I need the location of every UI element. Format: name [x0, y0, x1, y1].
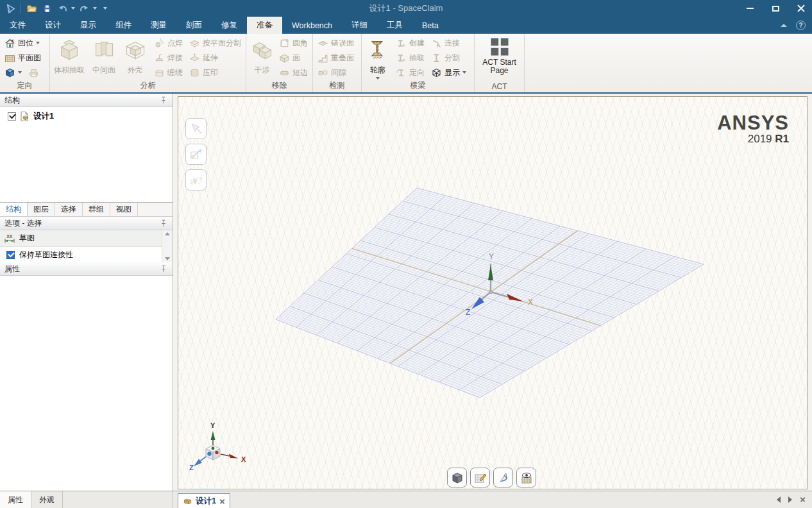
scroll-up-icon[interactable]	[165, 232, 170, 235]
bottom-tab-properties[interactable]: 属性	[0, 491, 31, 508]
faces-button[interactable]: 面	[277, 51, 310, 65]
select-tool-button[interactable]	[185, 118, 207, 139]
ribbon: 回位 平面图 定向 体积抽取	[0, 34, 812, 94]
save-button[interactable]	[40, 2, 53, 15]
redo-dropdown[interactable]	[93, 7, 97, 10]
split-by-plane-button[interactable]: 按平面分割	[187, 36, 243, 50]
tab-measure[interactable]: 测量	[141, 17, 176, 34]
short-edges-button[interactable]: 短边	[277, 65, 310, 80]
beam-orient-button[interactable]: 定向	[394, 65, 427, 80]
tab-workbench[interactable]: Workbench	[282, 17, 342, 34]
options-sketch-row[interactable]: XX 草图	[0, 230, 173, 247]
midsurface-button[interactable]: 中间面	[87, 36, 121, 80]
section-mode-button[interactable]	[493, 468, 513, 487]
ribbon-group-detect: 错误面 重叠面 间隙 检测	[313, 34, 362, 92]
rounds-button[interactable]: 圆角	[277, 36, 310, 50]
tab-assembly[interactable]: 组件	[106, 17, 141, 34]
dock-tab-structure[interactable]: 结构	[0, 203, 28, 216]
profiles-dropdown[interactable]	[376, 77, 380, 80]
wrap-label: 缠绕	[167, 67, 183, 78]
wrap-button[interactable]: 缠绕	[152, 65, 185, 80]
enclosure-button[interactable]: 外壳	[122, 36, 148, 80]
document-tab-close-icon[interactable]	[219, 498, 225, 504]
tab-display[interactable]: 显示	[71, 17, 106, 34]
dock-tab-views[interactable]: 视图	[110, 203, 138, 216]
move-tool-button[interactable]	[185, 144, 207, 165]
plan-view-button[interactable]: 平面图	[3, 51, 47, 65]
tab-facets[interactable]: 刻面	[176, 17, 212, 34]
scroll-down-icon[interactable]	[165, 257, 170, 260]
divider	[21, 3, 21, 13]
close-button[interactable]	[795, 3, 807, 13]
beam-display-dropdown[interactable]	[462, 71, 466, 74]
tree-item-design1[interactable]: 设计1	[8, 111, 173, 122]
beam-split-icon	[431, 53, 442, 64]
solid-mode-button[interactable]	[447, 468, 467, 487]
spot-weld-button[interactable]: 点焊	[152, 36, 185, 50]
tab-detail[interactable]: 详细	[342, 17, 377, 34]
undo-button[interactable]	[56, 2, 69, 15]
interference-button[interactable]: 干涉	[249, 36, 275, 80]
tab-scroll-left-icon[interactable]	[777, 496, 781, 503]
volume-extract-button[interactable]: 体积抽取	[53, 36, 86, 80]
help-icon[interactable]: ?	[796, 21, 806, 30]
maintain-sketch-connectivity-checkbox[interactable]	[6, 251, 15, 259]
beam-connect-button[interactable]: 连接	[429, 36, 468, 50]
tab-prepare[interactable]: 准备	[247, 17, 282, 34]
extend-button[interactable]: 延伸	[187, 51, 243, 65]
beam-extract-button[interactable]: 抽取	[394, 51, 427, 65]
view-cube-button[interactable]	[3, 65, 47, 80]
faulty-faces-icon	[317, 38, 328, 49]
profiles-button[interactable]: 轮廓	[364, 36, 391, 80]
tab-repair[interactable]: 修复	[212, 17, 247, 34]
maintain-sketch-connectivity-row[interactable]: 保持草图连接性	[0, 247, 173, 262]
group-label-detect: 检测	[313, 80, 361, 91]
options-scrollbar[interactable]	[162, 230, 173, 262]
beam-orient-label: 定向	[409, 67, 425, 78]
imprint-button[interactable]: 压印	[187, 65, 243, 80]
maximize-button[interactable]	[770, 3, 781, 13]
sketch-mode-button[interactable]	[470, 468, 490, 487]
tab-design[interactable]: 设计	[35, 17, 71, 34]
weld-button[interactable]: 焊接	[152, 51, 185, 65]
tab-beta[interactable]: Beta	[412, 17, 448, 34]
dock-tab-selection[interactable]: 选择	[55, 203, 83, 216]
pin-icon[interactable]	[159, 264, 168, 273]
home-view-dropdown[interactable]	[36, 42, 40, 44]
undo-dropdown[interactable]	[71, 7, 75, 10]
maintain-sketch-connectivity-label: 保持草图连接性	[19, 250, 73, 260]
grid-display-button[interactable]	[516, 468, 536, 487]
collapse-ribbon-icon[interactable]	[781, 24, 787, 27]
tab-scroll-right-icon[interactable]	[788, 496, 792, 503]
dock-tab-groups[interactable]: 群组	[83, 203, 110, 216]
beam-display-button[interactable]: 显示	[429, 65, 468, 80]
interference-label: 干涉	[255, 65, 270, 76]
gaps-button[interactable]: 间隙	[316, 65, 359, 80]
pin-icon[interactable]	[159, 219, 168, 228]
tabstrip-close-icon[interactable]	[800, 496, 807, 504]
spin-tool-button[interactable]	[185, 169, 207, 190]
minimize-button[interactable]	[744, 3, 756, 13]
tab-file[interactable]: 文件	[0, 17, 35, 34]
document-tab-design1[interactable]: 设计1	[178, 493, 230, 508]
redo-button[interactable]	[78, 2, 90, 15]
svg-text:Z: Z	[189, 464, 194, 471]
snapshot-icon[interactable]	[28, 67, 39, 78]
customize-qat-dropdown[interactable]	[103, 7, 107, 10]
bottom-tab-appearance[interactable]: 外观	[31, 491, 63, 508]
faulty-faces-button[interactable]: 错误面	[316, 36, 359, 50]
profiles-label: 轮廓	[370, 65, 385, 76]
overlapping-faces-button[interactable]: 重叠面	[316, 51, 359, 65]
open-button[interactable]	[25, 2, 38, 15]
home-view-button[interactable]: 回位	[3, 36, 47, 50]
beam-split-button[interactable]: 分割	[429, 51, 468, 65]
visibility-checkbox[interactable]	[8, 112, 16, 121]
tab-tools[interactable]: 工具	[377, 17, 412, 34]
act-start-page-button[interactable]: ACT Start Page	[477, 36, 521, 75]
dock-tab-layers[interactable]: 图层	[28, 203, 55, 216]
wrap-icon	[154, 67, 165, 78]
beam-create-button[interactable]: 创建	[394, 36, 427, 50]
view-dropdown[interactable]	[18, 71, 22, 74]
pin-icon[interactable]	[159, 96, 168, 105]
viewport[interactable]: Y X Z Y	[178, 96, 808, 489]
